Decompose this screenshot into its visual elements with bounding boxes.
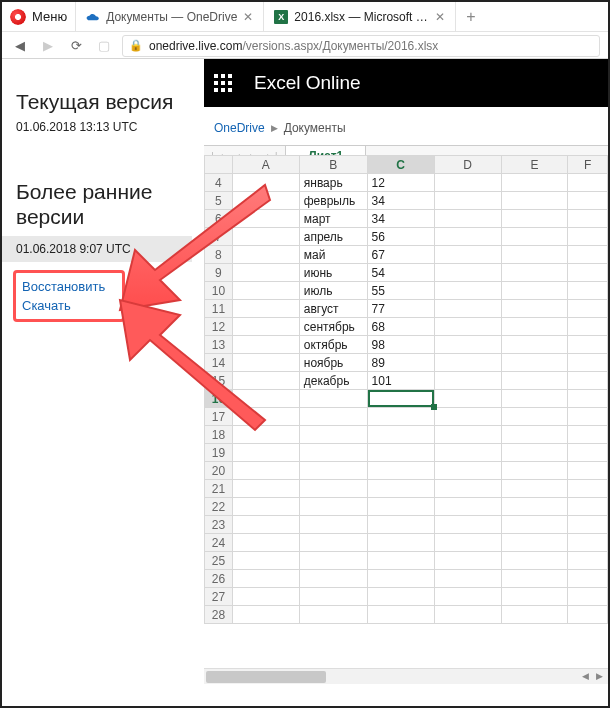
cell[interactable] (434, 246, 501, 264)
cell[interactable] (232, 192, 299, 210)
cell[interactable] (232, 606, 299, 624)
row-header[interactable]: 9 (205, 264, 233, 282)
cell[interactable]: 67 (367, 246, 434, 264)
older-version-row[interactable]: 01.06.2018 9:07 UTC (2, 236, 192, 262)
cell[interactable]: 56 (367, 228, 434, 246)
cell[interactable] (299, 408, 367, 426)
cell[interactable] (434, 210, 501, 228)
cell[interactable] (501, 174, 568, 192)
column-header[interactable]: C (367, 156, 434, 174)
horizontal-scrollbar[interactable]: ◀▶ (204, 668, 608, 684)
cell[interactable] (501, 498, 568, 516)
cell[interactable]: декабрь (299, 372, 367, 390)
cell[interactable] (367, 606, 434, 624)
cell[interactable] (434, 300, 501, 318)
restore-link[interactable]: Восстановить (22, 277, 116, 296)
cell[interactable] (568, 264, 608, 282)
row-header[interactable]: 26 (205, 570, 233, 588)
cell[interactable] (501, 444, 568, 462)
cell[interactable]: 34 (367, 192, 434, 210)
cell[interactable] (232, 426, 299, 444)
breadcrumb-root[interactable]: OneDrive (214, 121, 265, 135)
app-launcher-icon[interactable] (214, 74, 232, 92)
cell[interactable] (232, 246, 299, 264)
cell[interactable] (434, 390, 501, 408)
cell[interactable] (501, 192, 568, 210)
row-header[interactable]: 25 (205, 552, 233, 570)
cell[interactable]: 12 (367, 174, 434, 192)
row-header[interactable]: 24 (205, 534, 233, 552)
cell[interactable] (299, 606, 367, 624)
cell[interactable] (232, 552, 299, 570)
cell[interactable] (434, 570, 501, 588)
cell[interactable] (434, 444, 501, 462)
cell[interactable] (568, 354, 608, 372)
cell[interactable] (501, 228, 568, 246)
column-header[interactable]: F (568, 156, 608, 174)
cell[interactable] (367, 408, 434, 426)
cell[interactable] (568, 498, 608, 516)
cell[interactable]: 89 (367, 354, 434, 372)
cell[interactable] (568, 210, 608, 228)
cell[interactable] (501, 264, 568, 282)
cell[interactable] (434, 480, 501, 498)
sheet-grid[interactable]: ABCDEF4январь125феврыль346март347апрель5… (204, 155, 608, 668)
cell[interactable] (232, 354, 299, 372)
cell[interactable]: сентябрь (299, 318, 367, 336)
cell[interactable] (434, 192, 501, 210)
column-header[interactable]: E (501, 156, 568, 174)
cell[interactable] (568, 606, 608, 624)
cell[interactable] (232, 300, 299, 318)
cell[interactable] (568, 390, 608, 408)
row-header[interactable]: 16 (205, 390, 233, 408)
row-header[interactable]: 14 (205, 354, 233, 372)
cell[interactable] (299, 462, 367, 480)
cell[interactable] (232, 570, 299, 588)
cell[interactable] (501, 408, 568, 426)
cell[interactable] (434, 426, 501, 444)
cell[interactable] (367, 390, 434, 408)
cell[interactable] (232, 228, 299, 246)
cell[interactable] (568, 174, 608, 192)
cell[interactable] (568, 552, 608, 570)
cell[interactable]: март (299, 210, 367, 228)
cell[interactable] (232, 390, 299, 408)
cell[interactable] (299, 444, 367, 462)
row-header[interactable]: 17 (205, 408, 233, 426)
new-tab-button[interactable]: + (456, 2, 485, 31)
row-header[interactable]: 7 (205, 228, 233, 246)
cell[interactable] (232, 372, 299, 390)
cell[interactable] (434, 534, 501, 552)
cell[interactable] (434, 462, 501, 480)
column-header[interactable]: D (434, 156, 501, 174)
cell[interactable] (501, 534, 568, 552)
cell[interactable]: ноябрь (299, 354, 367, 372)
cell[interactable] (367, 498, 434, 516)
cell[interactable] (232, 408, 299, 426)
cell[interactable]: май (299, 246, 367, 264)
home-button[interactable]: ▢ (94, 36, 114, 56)
cell[interactable] (501, 390, 568, 408)
cell[interactable]: 101 (367, 372, 434, 390)
row-header[interactable]: 8 (205, 246, 233, 264)
cell[interactable] (568, 462, 608, 480)
cell[interactable] (299, 480, 367, 498)
cell[interactable] (232, 336, 299, 354)
cell[interactable]: октябрь (299, 336, 367, 354)
cell[interactable] (501, 336, 568, 354)
close-icon[interactable]: ✕ (435, 10, 445, 24)
cell[interactable] (568, 480, 608, 498)
row-header[interactable]: 12 (205, 318, 233, 336)
cell[interactable] (434, 336, 501, 354)
cell[interactable] (232, 282, 299, 300)
cell[interactable] (568, 192, 608, 210)
cell[interactable] (299, 588, 367, 606)
cell[interactable] (367, 516, 434, 534)
cell[interactable] (232, 498, 299, 516)
cell[interactable] (501, 462, 568, 480)
cell[interactable] (568, 588, 608, 606)
cell[interactable] (501, 552, 568, 570)
cell[interactable] (299, 570, 367, 588)
cell[interactable] (501, 282, 568, 300)
cell[interactable]: август (299, 300, 367, 318)
